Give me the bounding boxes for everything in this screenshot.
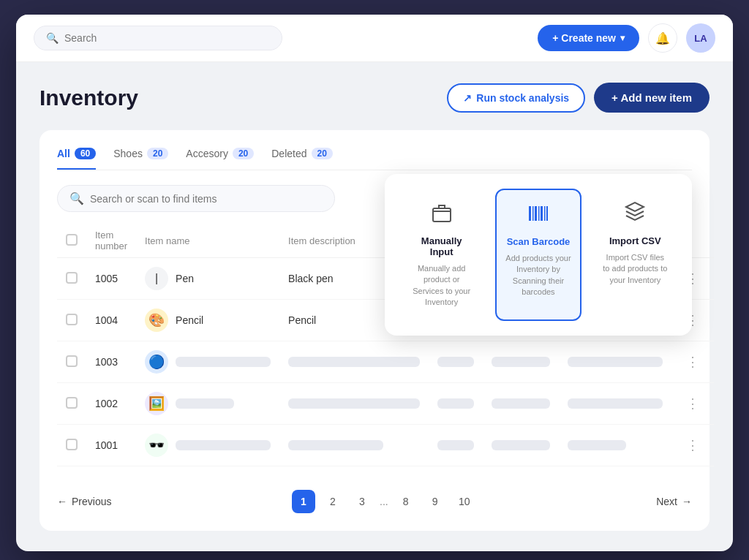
row-menu-button[interactable]: ⋮: [680, 393, 705, 415]
svg-rect-3: [535, 206, 537, 221]
option-scan-desc: Add products your Inventory by Scanning …: [505, 253, 571, 298]
table-row: 1003 🔵 ⋮: [57, 341, 714, 383]
app-window: 🔍 + Create new ▾ 🔔 LA Inventory ↗ Run st…: [16, 15, 733, 551]
page-button-1[interactable]: 1: [292, 490, 315, 513]
item-icon: 🎨: [145, 309, 168, 332]
header-checkbox-cell: [57, 224, 86, 258]
item-icon: 🕶️: [145, 434, 168, 457]
tab-accessory-label: Accesory: [186, 148, 228, 159]
cell-price: [559, 341, 671, 383]
row-checkbox-cell: [57, 300, 86, 341]
previous-label: Previous: [72, 496, 111, 507]
svg-rect-7: [546, 206, 548, 221]
row-checkbox-cell: [57, 383, 86, 425]
cell-item-number: 1001: [86, 425, 136, 466]
dropdown-option-scan[interactable]: Scan Barcode Add products your Inventory…: [495, 189, 581, 321]
item-icon: |: [145, 267, 168, 290]
tab-deleted[interactable]: Deleted 20: [271, 148, 333, 170]
card-search-bar[interactable]: 🔍: [57, 185, 335, 212]
add-item-button[interactable]: + Add new item: [594, 83, 710, 113]
page-button-9[interactable]: 9: [424, 490, 447, 513]
cell-item-name: 🖼️: [136, 383, 279, 425]
table-row: 1001 🕶️ ⋮: [57, 425, 714, 466]
skeleton-sold: [437, 440, 474, 450]
svg-rect-5: [541, 206, 543, 221]
page-title: Inventory: [39, 86, 138, 110]
notification-button[interactable]: 🔔: [648, 23, 677, 53]
option-csv-title: Import CSV: [609, 235, 661, 246]
layers-icon: [623, 201, 647, 230]
run-analysis-button[interactable]: ↗ Run stock analysis: [447, 83, 585, 113]
barcode-icon: [527, 202, 550, 230]
tab-all-badge: 60: [75, 148, 96, 159]
skeleton-sold: [437, 398, 474, 409]
nav-right: + Create new ▾ 🔔 LA: [538, 23, 715, 53]
cell-qty: [483, 341, 559, 383]
search-input[interactable]: [64, 32, 270, 44]
skeleton-price: [568, 357, 663, 367]
page-button-2[interactable]: 2: [321, 490, 345, 513]
cell-qty: [483, 383, 559, 425]
tabs-container: All 60 Shoes 20 Accesory 20 Deleted 20: [57, 148, 692, 170]
search-bar[interactable]: 🔍: [34, 26, 282, 50]
svg-rect-6: [544, 206, 546, 221]
avatar: LA: [686, 23, 715, 53]
page-header: Inventory ↗ Run stock analysis + Add new…: [39, 83, 710, 113]
card-search-input[interactable]: [90, 193, 323, 205]
skeleton-name: [176, 440, 271, 450]
header-actions: ↗ Run stock analysis + Add new item: [447, 83, 710, 113]
arrow-right-icon: →: [682, 496, 692, 507]
next-button[interactable]: Next →: [656, 496, 692, 507]
tab-deleted-label: Deleted: [271, 148, 306, 159]
page-button-10[interactable]: 10: [453, 490, 476, 513]
table-row: 1002 🖼️ ⋮: [57, 383, 714, 425]
dropdown-option-csv[interactable]: Import CSV Import CSV files to add produ…: [593, 189, 677, 321]
cell-sold: [429, 425, 483, 466]
previous-button[interactable]: ← Previous: [57, 496, 111, 507]
tab-all[interactable]: All 60: [57, 148, 96, 170]
item-icon: 🖼️: [145, 392, 168, 415]
option-scan-title: Scan Barcode: [507, 236, 571, 247]
dropdown-option-manually[interactable]: Manually Input Manually add product or S…: [399, 189, 483, 321]
cell-actions: ⋮: [671, 425, 714, 466]
page-button-3[interactable]: 3: [350, 490, 374, 513]
arrow-left-icon: ←: [57, 496, 67, 507]
skeleton-name: [176, 398, 234, 409]
cell-description: [279, 383, 429, 425]
select-all-checkbox[interactable]: [66, 234, 78, 246]
navbar: 🔍 + Create new ▾ 🔔 LA: [16, 15, 733, 62]
create-new-label: + Create new: [552, 32, 616, 44]
option-manually-title: Manually Input: [409, 235, 474, 257]
cell-item-number: 1004: [86, 300, 136, 341]
chart-icon: ↗: [463, 92, 472, 104]
cell-price: [559, 383, 671, 425]
add-product-dropdown: Manually Input Manually add product or S…: [385, 174, 692, 336]
create-new-button[interactable]: + Create new ▾: [538, 25, 639, 51]
skeleton-name: [176, 357, 271, 367]
cell-description: [279, 425, 429, 466]
skeleton-qty: [492, 440, 550, 450]
page-dots: ...: [380, 496, 388, 507]
row-menu-button[interactable]: ⋮: [680, 434, 705, 456]
row-checkbox[interactable]: [66, 439, 78, 450]
row-checkbox[interactable]: [66, 355, 78, 367]
row-checkbox[interactable]: [66, 397, 78, 409]
cell-price: [559, 425, 671, 466]
tab-shoes[interactable]: Shoes 20: [113, 148, 168, 170]
row-checkbox[interactable]: [66, 314, 78, 325]
svg-rect-0: [433, 208, 451, 222]
page-button-8[interactable]: 8: [394, 490, 418, 513]
option-manually-desc: Manually add product or Services to your…: [409, 263, 474, 309]
row-checkbox[interactable]: [66, 272, 78, 284]
cell-actions: ⋮: [671, 341, 714, 383]
run-analysis-label: Run stock analysis: [476, 92, 569, 104]
tab-shoes-label: Shoes: [113, 148, 143, 159]
card-search-icon: 🔍: [69, 192, 84, 205]
inventory-card: All 60 Shoes 20 Accesory 20 Deleted 20: [39, 130, 710, 531]
next-label: Next: [656, 496, 677, 507]
tab-accessory[interactable]: Accesory 20: [186, 148, 254, 170]
tab-all-label: All: [57, 148, 70, 159]
box-icon: [430, 201, 453, 230]
row-menu-button[interactable]: ⋮: [680, 351, 705, 373]
cell-item-number: 1002: [86, 383, 136, 425]
